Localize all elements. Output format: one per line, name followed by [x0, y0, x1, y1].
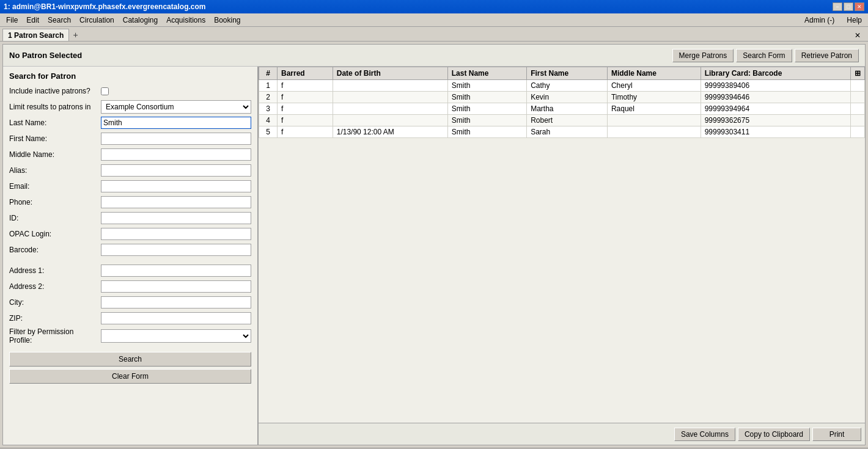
- include-inactive-label: Include inactive patrons?: [9, 87, 101, 95]
- opac-login-label: OPAC Login:: [9, 230, 101, 238]
- limit-results-label: Limit results to patrons in: [9, 103, 101, 111]
- title-bar-buttons: − □ ✕: [833, 2, 864, 11]
- address2-label: Address 2:: [9, 282, 101, 291]
- menu-right: Admin (-) Help: [801, 15, 866, 26]
- table-row[interactable]: 4fSmithRobert99999362675: [259, 115, 865, 126]
- col-header-last[interactable]: Last Name: [447, 67, 526, 80]
- city-label: City:: [9, 298, 101, 307]
- address2-input[interactable]: [101, 280, 251, 293]
- email-label: Email:: [9, 182, 101, 191]
- col-header-num[interactable]: #: [259, 67, 278, 80]
- first-name-input[interactable]: [101, 133, 251, 145]
- results-panel: # Barred Date of Birth Last Name First N…: [259, 67, 865, 445]
- alias-row: Alias:: [9, 164, 251, 177]
- barcode-label: Barcode:: [9, 246, 101, 254]
- patron-status-text: No Patron Selected: [9, 51, 82, 60]
- middle-name-row: Middle Name:: [9, 148, 251, 161]
- copy-to-clipboard-button[interactable]: Copy to Clipboard: [738, 428, 810, 441]
- address1-label: Address 1:: [9, 266, 101, 275]
- address1-row: Address 1:: [9, 264, 251, 277]
- col-header-first[interactable]: First Name: [527, 67, 608, 80]
- col-header-dob[interactable]: Date of Birth: [333, 67, 447, 80]
- filter-profile-label: Filter by Permission Profile:: [9, 327, 101, 345]
- phone-label: Phone:: [9, 198, 101, 206]
- filter-profile-row: Filter by Permission Profile:: [9, 327, 251, 345]
- zip-input[interactable]: [101, 312, 251, 324]
- email-row: Email:: [9, 180, 251, 193]
- title-bar-text: 1: admin@BR1-winxpvmfx.phasefx.evergreen…: [4, 2, 205, 11]
- menu-help[interactable]: Help: [843, 15, 866, 26]
- menu-edit[interactable]: Edit: [23, 15, 43, 26]
- results-table-container: # Barred Date of Birth Last Name First N…: [259, 67, 865, 423]
- tab-close-button[interactable]: ✕: [850, 30, 866, 41]
- search-panel: Search for Patron Include inactive patro…: [3, 67, 259, 445]
- table-row[interactable]: 5f1/13/90 12:00 AMSmithSarah99999303411: [259, 126, 865, 138]
- col-header-barred[interactable]: Barred: [278, 67, 333, 80]
- menu-circulation[interactable]: Circulation: [76, 15, 118, 26]
- results-footer: Save Columns Copy to Clipboard Print: [259, 423, 865, 445]
- phone-input[interactable]: [101, 196, 251, 208]
- menu-booking[interactable]: Booking: [210, 15, 244, 26]
- retrieve-patron-button[interactable]: Retrieve Patron: [795, 49, 859, 62]
- col-header-expand[interactable]: ⊞: [851, 67, 865, 80]
- menu-search[interactable]: Search: [44, 15, 75, 26]
- barcode-input[interactable]: [101, 244, 251, 256]
- menu-file[interactable]: File: [2, 15, 21, 26]
- id-label: ID:: [9, 214, 101, 222]
- opac-login-input[interactable]: [101, 228, 251, 240]
- last-name-input[interactable]: [101, 117, 251, 129]
- search-panel-title: Search for Patron: [9, 71, 251, 81]
- close-window-button[interactable]: ✕: [855, 2, 864, 11]
- results-table: # Barred Date of Birth Last Name First N…: [259, 67, 865, 138]
- tab-bar: 1 Patron Search + ✕: [0, 27, 868, 42]
- main-content: No Patron Selected Merge Patrons Search …: [2, 44, 866, 445]
- title-bar: 1: admin@BR1-winxpvmfx.phasefx.evergreen…: [0, 0, 868, 13]
- first-name-row: First Name:: [9, 132, 251, 145]
- print-button[interactable]: Print: [812, 428, 861, 441]
- barcode-row: Barcode:: [9, 243, 251, 257]
- limit-results-row: Limit results to patrons in Example Cons…: [9, 100, 251, 114]
- menu-admin[interactable]: Admin (-): [801, 15, 838, 26]
- filter-profile-select[interactable]: [101, 329, 251, 343]
- id-input[interactable]: [101, 212, 251, 224]
- include-inactive-checkbox[interactable]: [101, 87, 109, 95]
- search-button[interactable]: Search: [9, 352, 251, 367]
- menu-acquisitions[interactable]: Acquisitions: [163, 15, 209, 26]
- city-input[interactable]: [101, 296, 251, 308]
- middle-name-label: Middle Name:: [9, 150, 101, 159]
- search-form-button[interactable]: Search Form: [736, 49, 792, 62]
- col-header-barcode[interactable]: Library Card: Barcode: [701, 67, 850, 80]
- col-header-middle[interactable]: Middle Name: [607, 67, 701, 80]
- merge-patrons-button[interactable]: Merge Patrons: [672, 49, 734, 62]
- phone-row: Phone:: [9, 195, 251, 209]
- content-area: Search for Patron Include inactive patro…: [3, 67, 865, 445]
- zip-row: ZIP:: [9, 312, 251, 325]
- last-name-label: Last Name:: [9, 119, 101, 127]
- maximize-button[interactable]: □: [844, 2, 853, 11]
- tab-patron-search[interactable]: 1 Patron Search: [2, 29, 69, 41]
- minimize-button[interactable]: −: [833, 2, 842, 11]
- alias-label: Alias:: [9, 166, 101, 175]
- email-input[interactable]: [101, 180, 251, 192]
- tab-add-button[interactable]: +: [69, 29, 81, 41]
- id-row: ID:: [9, 211, 251, 225]
- first-name-label: First Name:: [9, 134, 101, 143]
- opac-login-row: OPAC Login:: [9, 227, 251, 241]
- table-row[interactable]: 1fSmithCathyCheryl99999389406: [259, 80, 865, 92]
- include-inactive-row: Include inactive patrons?: [9, 84, 251, 98]
- city-row: City:: [9, 296, 251, 309]
- menu-bar: File Edit Search Circulation Cataloging …: [0, 13, 868, 27]
- limit-results-select[interactable]: Example Consortium: [101, 100, 251, 114]
- patron-action-buttons: Merge Patrons Search Form Retrieve Patro…: [672, 49, 859, 62]
- address1-input[interactable]: [101, 265, 251, 277]
- table-row[interactable]: 3fSmithMarthaRaquel99999394964: [259, 103, 865, 115]
- patron-status-bar: No Patron Selected Merge Patrons Search …: [3, 45, 865, 67]
- table-row[interactable]: 2fSmithKevinTimothy99999394646: [259, 92, 865, 103]
- last-name-row: Last Name:: [9, 116, 251, 130]
- clear-form-button[interactable]: Clear Form: [9, 369, 251, 384]
- menu-cataloging[interactable]: Cataloging: [119, 15, 161, 26]
- save-columns-button[interactable]: Save Columns: [674, 428, 735, 441]
- alias-input[interactable]: [101, 164, 251, 177]
- zip-label: ZIP:: [9, 314, 101, 323]
- middle-name-input[interactable]: [101, 148, 251, 161]
